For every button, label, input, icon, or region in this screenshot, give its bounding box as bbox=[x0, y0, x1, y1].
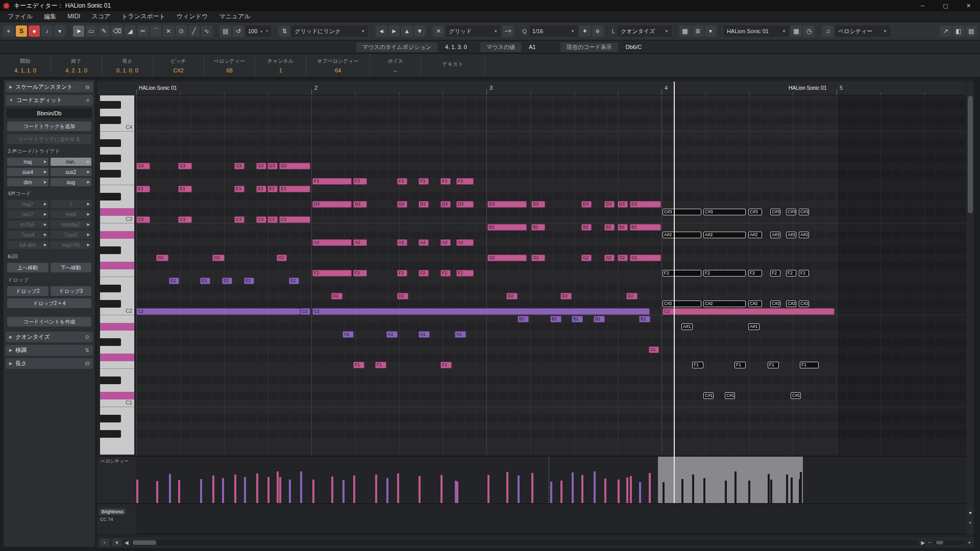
piano-key-D#4[interactable] bbox=[100, 101, 134, 109]
drop-button[interactable]: ドロップ2 bbox=[7, 286, 48, 296]
velocity-bar[interactable] bbox=[440, 475, 443, 503]
highlighted-key-As2[interactable] bbox=[100, 231, 134, 239]
menu-window[interactable]: ウィンドウ bbox=[171, 11, 213, 21]
midi-note-B1[interactable]: B1 bbox=[518, 316, 529, 322]
velocity-bar[interactable] bbox=[156, 481, 158, 503]
velocity-bar[interactable] bbox=[630, 476, 632, 503]
midi-note-A2[interactable]: A2 bbox=[397, 239, 407, 246]
piano-key-G#3[interactable] bbox=[100, 155, 134, 162]
chord-type-sus2[interactable]: sus2▶ bbox=[51, 168, 92, 176]
midi-note-C3[interactable]: C3 bbox=[234, 216, 244, 223]
time-format-icon[interactable]: ◷ bbox=[803, 26, 815, 37]
chord-type-maj75[interactable]: maj7/#5▶ bbox=[51, 241, 92, 249]
event-colors-dropdown[interactable]: ベロシティー▼ bbox=[835, 26, 890, 37]
midi-note-Cs3[interactable]: C#3 bbox=[748, 209, 762, 215]
piano-key-G2[interactable] bbox=[100, 254, 134, 262]
midi-note-F1[interactable]: F1 bbox=[800, 362, 819, 368]
piano-key-F3[interactable] bbox=[100, 178, 134, 185]
piano-key-D4[interactable] bbox=[100, 109, 134, 116]
midi-note-A2[interactable]: A2 bbox=[440, 239, 451, 246]
piano-key-D#2[interactable] bbox=[100, 285, 134, 292]
midi-note-D2[interactable]: D2 bbox=[506, 293, 518, 299]
velocity-bar[interactable] bbox=[178, 480, 180, 503]
midi-note-G2[interactable]: G2 bbox=[630, 255, 661, 261]
midi-note-Cs3[interactable]: C#3 bbox=[703, 209, 746, 215]
velocity-bar[interactable] bbox=[791, 478, 793, 503]
quantize-preset-dropdown[interactable]: 1/16▼ bbox=[529, 26, 578, 37]
independent-loop-icon[interactable]: ⇅ bbox=[279, 26, 290, 37]
piano-key-A0[interactable] bbox=[100, 422, 134, 430]
velocity-bar[interactable] bbox=[342, 480, 345, 503]
timeline-ruler[interactable]: 2345HALion Sonic 01HALion Sonic 01 bbox=[136, 82, 966, 95]
midi-note-C2[interactable]: C2 bbox=[312, 308, 650, 315]
midi-note-F1[interactable]: F1 bbox=[734, 362, 746, 368]
midi-note-A1[interactable]: A1 bbox=[386, 331, 398, 338]
midi-note-F2[interactable]: F2 bbox=[397, 270, 407, 277]
midi-note-D3[interactable]: D3 bbox=[397, 201, 407, 208]
midi-note-G2[interactable]: G2 bbox=[277, 255, 287, 261]
velocity-bar[interactable] bbox=[703, 478, 705, 503]
midi-note-E3[interactable]: E3 bbox=[136, 186, 150, 192]
velocity-bar[interactable] bbox=[375, 474, 377, 503]
midi-note-Cs3[interactable]: C#3 bbox=[770, 209, 780, 215]
midi-note-D2[interactable]: D2 bbox=[331, 293, 342, 299]
chord-type-7sus2[interactable]: 7sus2▶ bbox=[51, 231, 92, 239]
midi-note-D2[interactable]: D2 bbox=[560, 293, 572, 299]
piano-key-B1[interactable] bbox=[100, 315, 134, 323]
midi-note-F2[interactable]: F2 bbox=[770, 270, 780, 277]
velocity-bar[interactable] bbox=[506, 472, 508, 503]
piano-key-D#3[interactable] bbox=[100, 193, 134, 201]
midi-note-D3[interactable]: D3 bbox=[581, 201, 592, 208]
piano-key-G1[interactable] bbox=[100, 346, 134, 354]
highlighted-key-As1[interactable] bbox=[100, 323, 134, 331]
midi-note-G2[interactable]: G2 bbox=[487, 255, 527, 261]
piano-key-C3[interactable]: C3 bbox=[100, 216, 134, 223]
midi-note-D3[interactable]: D3 bbox=[456, 201, 474, 208]
midi-note-Cs3[interactable]: C#3 bbox=[799, 209, 809, 215]
part-list-caret-icon[interactable]: ▾ bbox=[705, 26, 716, 37]
midi-note-F2[interactable]: F2 bbox=[353, 270, 367, 277]
velocity-bar[interactable] bbox=[800, 472, 802, 503]
midi-note-G3[interactable]: G3 bbox=[136, 163, 150, 169]
draw-tool[interactable]: ✎ bbox=[99, 26, 110, 37]
velocity-bar[interactable] bbox=[594, 471, 596, 503]
maximize-button[interactable]: ▢ bbox=[934, 0, 957, 11]
velocity-bar[interactable] bbox=[681, 479, 683, 503]
midi-note-E3[interactable]: E3 bbox=[234, 186, 244, 192]
velocity-bar[interactable] bbox=[626, 478, 628, 503]
midi-note-Cs1[interactable]: C#1 bbox=[703, 392, 714, 399]
loop-icon[interactable]: ↺ bbox=[233, 26, 244, 37]
zoom-out-icon[interactable]: − bbox=[928, 540, 931, 545]
midi-note-Cs3[interactable]: C#3 bbox=[786, 209, 796, 215]
vertical-zoom-in-button[interactable]: + bbox=[967, 519, 974, 527]
midi-note-F2[interactable]: F2 bbox=[440, 270, 451, 277]
feedback-options-icon[interactable]: ▾ bbox=[54, 26, 65, 37]
velocity-bar[interactable] bbox=[136, 480, 138, 503]
midi-note-D2[interactable]: D2 bbox=[397, 293, 408, 299]
midi-note-Cs2[interactable]: C#2 bbox=[786, 300, 796, 307]
menu-edit[interactable]: 編集 bbox=[38, 11, 62, 21]
velocity-bar[interactable] bbox=[353, 475, 355, 503]
velocity-bar[interactable] bbox=[649, 473, 651, 503]
section-chord-edit[interactable]: ▼ コードエディット ≡ bbox=[6, 95, 93, 106]
velocity-bar[interactable] bbox=[604, 479, 606, 503]
midi-note-F1[interactable]: F1 bbox=[440, 362, 452, 368]
midi-note-Cs2[interactable]: C#2 bbox=[799, 300, 809, 307]
midi-note-F2[interactable]: F2 bbox=[419, 270, 429, 277]
quantize-panel-icon[interactable]: e bbox=[592, 26, 603, 37]
scroll-left-icon[interactable]: ◀ bbox=[125, 540, 129, 545]
velocity-bar[interactable] bbox=[725, 481, 727, 503]
inversion-button[interactable]: 上へ移動 bbox=[7, 263, 48, 272]
midi-note-As2[interactable]: A#2 bbox=[786, 232, 796, 238]
midi-note-E3[interactable]: E3 bbox=[256, 186, 266, 192]
pin-icon[interactable]: ⌖ bbox=[3, 26, 14, 37]
section-quantize[interactable]: ▶ クオンタイズ ⊙ bbox=[6, 332, 93, 342]
piano-key-D2[interactable] bbox=[100, 292, 134, 300]
midi-note-D3[interactable]: D3 bbox=[487, 201, 527, 208]
piano-key-D#1[interactable] bbox=[100, 377, 134, 384]
midi-note-Cs3[interactable]: C#3 bbox=[663, 209, 701, 215]
mute-tool[interactable]: ✕ bbox=[163, 26, 174, 37]
velocity-bar[interactable] bbox=[212, 475, 214, 503]
velocity-bar[interactable] bbox=[618, 480, 620, 503]
velocity-bar[interactable] bbox=[200, 479, 202, 503]
